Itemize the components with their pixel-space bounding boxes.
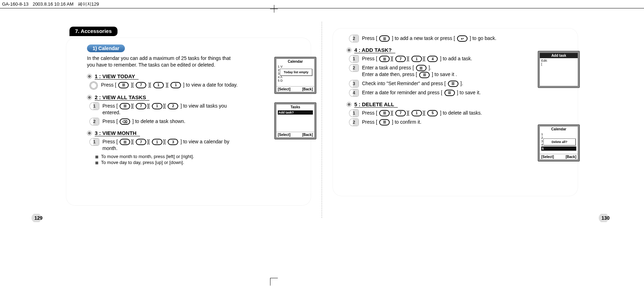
key-7-icon: [395, 56, 406, 62]
step-text: Press [ ] to confirm it.: [362, 119, 421, 125]
doc-page-label: 페이지129: [78, 1, 99, 7]
key-1-icon: [153, 82, 164, 88]
step-text: Enter a task and press [ ]. Enter a date…: [362, 64, 457, 78]
calendar-intro: In the calendar you can add a maximum of…: [87, 55, 238, 68]
square-bullet-icon: [95, 156, 98, 158]
delete-all-step2: 2 Press [ ] to confirm it.: [349, 119, 500, 126]
view-month-step1: 1 Press [ ][ ][ ][ ] to view a calendar …: [90, 138, 241, 152]
key-1b-icon: [170, 82, 181, 88]
menu-key-icon: [379, 110, 390, 116]
subhead-view-month: 3 : VIEW MONTH: [87, 130, 301, 136]
spread: 7. Accessories 1) Calendar In the calend…: [0, 22, 644, 218]
phone-add-task: Add task Edit: [: [539, 53, 578, 86]
crop-mark-bottom-icon: [270, 278, 278, 286]
menu-key-icon: [448, 81, 458, 87]
square-bullet-icon: [95, 162, 98, 164]
step-3-pill: 3: [349, 80, 358, 87]
view-today-step: Press [ ][ ][ ][ ] to view a date for to…: [90, 82, 241, 89]
menu-key-icon: [118, 82, 129, 88]
step-text: Press [ ][ ][ ][ ] to view a date for to…: [101, 82, 237, 88]
step-2-pill: 2: [349, 119, 358, 126]
crop-mark-top-icon: [270, 5, 278, 13]
key-2-icon: [168, 103, 178, 109]
note-day-nav: To move day to day, press [up] or [down]…: [95, 160, 301, 165]
top-step2: 2 Press [ ] to add a new task or press […: [349, 35, 500, 42]
step-1-pill: 1: [90, 138, 99, 145]
phone-tasks: Tasks Add task? [Select] [Back]: [276, 104, 315, 138]
bullet-icon: [347, 102, 351, 107]
page-right: 2 Press [ ] to add a new task or press […: [322, 22, 589, 218]
step-text: Press [ ][ ][ ][ ] to delete all tasks.: [362, 110, 482, 116]
step-text: Press [ ] to add a new task or press [ ]…: [362, 35, 496, 42]
step-text: Press [ ][ ][ ][ ] to view a calendar by…: [102, 138, 241, 152]
menu-key-icon: [379, 56, 390, 62]
subhead-view-all: 2 : VIEW ALL TASKS: [87, 94, 301, 101]
key-7-icon: [136, 82, 146, 88]
add-task-step3: 3 Check into "Set Reminder" and press [ …: [349, 80, 500, 87]
page-number-right: 130: [598, 214, 613, 222]
content-left: 1) Calendar In the calendar you can add …: [66, 37, 311, 206]
step-1-pill: 1: [349, 110, 358, 117]
key-5-icon: [427, 110, 438, 116]
doc-timestamp: 2003.8.16 10:16 AM: [33, 1, 73, 7]
delete-all-title: 5 : DELETE ALL: [354, 101, 398, 108]
step-1-pill: 1: [90, 103, 99, 110]
bullet-icon: [87, 74, 92, 79]
bullet-icon: [87, 95, 92, 100]
key-3-icon: [168, 139, 178, 145]
key-1-icon: [152, 103, 162, 109]
back-key-icon: [457, 35, 468, 42]
phone-delete-all: Calendar 1 2 3 4 5 Delete all? [Select] …: [539, 126, 578, 160]
step-4-pill: 4: [349, 89, 358, 96]
subhead-view-today: 1 : VIEW TODAY: [87, 73, 301, 80]
phone-calendar-popup: Calendar 1 V 2 V 3 V 4 A 5 D Today list …: [276, 59, 315, 92]
view-month-title: 3 : VIEW MONTH: [95, 130, 140, 136]
step-2-pill: 2: [90, 118, 99, 125]
key-1-icon: [152, 139, 162, 145]
key-7-icon: [395, 110, 406, 116]
view-today-title: 1 : VIEW TODAY: [95, 73, 139, 80]
step-2-pill: 2: [349, 64, 358, 71]
step-text: Check into "Set Reminder" and press [ ].: [362, 80, 463, 87]
doc-file: GA-160-8-13: [2, 1, 28, 7]
subhead-delete-all: 5 : DELETE ALL: [347, 101, 568, 108]
step-text: Press [ ][ ][ ][ ] to add a task.: [362, 55, 472, 62]
view-all-step2: 2 Press [ ] to delete a task shown.: [90, 118, 241, 125]
key-1-icon: [411, 56, 422, 62]
step-ring-icon: [90, 82, 98, 89]
calendar-pill: 1) Calendar: [87, 45, 125, 52]
doc-meta-bar: GA-160-8-13 2003.8.16 10:16 AM 페이지129: [0, 0, 644, 8]
section-title: 7. Accessories: [69, 27, 118, 36]
menu-key-icon: [120, 103, 130, 109]
subhead-add-task: 4 : ADD TASK?: [347, 47, 568, 53]
clear-key-icon: [120, 118, 130, 125]
bullet-icon: [347, 48, 351, 53]
menu-key-icon: [379, 119, 390, 125]
menu-key-icon: [416, 65, 427, 71]
step-2-pill: 2: [349, 35, 358, 42]
key-4-icon: [427, 56, 438, 62]
add-task-step2: 2 Enter a task and press [ ]. Enter a da…: [349, 64, 500, 78]
note-month-nav: To move month to month, press [left] or …: [95, 154, 301, 159]
step-text: Press [ ] to delete a task shown.: [102, 118, 185, 125]
menu-key-icon: [379, 35, 390, 42]
key-7-icon: [136, 103, 146, 109]
add-task-step1: 1 Press [ ][ ][ ][ ] to add a task.: [349, 55, 500, 62]
page-left: 7. Accessories 1) Calendar In the calend…: [55, 22, 322, 218]
add-task-step4: 4 Enter a date for reminder and press [ …: [349, 89, 500, 96]
delete-all-step1: 1 Press [ ][ ][ ][ ] to delete all tasks…: [349, 110, 500, 117]
content-right: 2 Press [ ] to add a new task or press […: [333, 28, 578, 196]
bullet-icon: [87, 131, 92, 136]
key-1-icon: [411, 110, 422, 116]
add-task-title: 4 : ADD TASK?: [354, 47, 395, 53]
step-text: Press [ ][ ][ ][ ] to view all tasks you…: [102, 103, 241, 116]
menu-key-icon: [444, 90, 455, 96]
key-7-icon: [136, 139, 146, 145]
step-text: Enter a date for reminder and press [ ] …: [362, 89, 481, 96]
menu-key-icon: [419, 72, 430, 78]
menu-key-icon: [120, 139, 130, 145]
view-all-step1: 1 Press [ ][ ][ ][ ] to view all tasks y…: [90, 103, 241, 116]
page-number-left: 129: [31, 214, 46, 222]
view-all-title: 2 : VIEW ALL TASKS: [95, 94, 149, 101]
step-1-pill: 1: [349, 55, 358, 62]
